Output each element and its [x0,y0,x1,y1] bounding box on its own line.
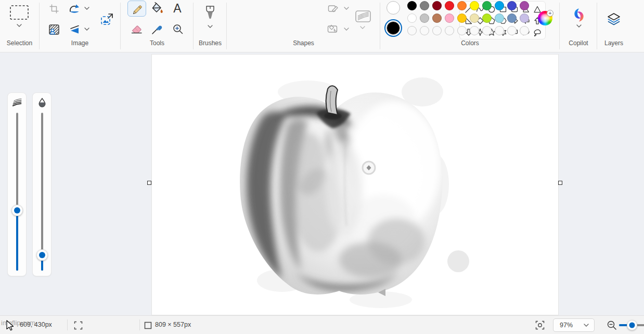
palette-swatch-#000000[interactable] [407,1,417,10]
palette-empty-slot[interactable] [507,26,517,35]
copilot-group-label: Copilot [560,39,597,47]
opacity-slider-panel [32,92,51,276]
image-group: Image [40,0,120,52]
palette-empty-slot[interactable] [482,26,492,35]
brushes-dropdown-chevron[interactable] [205,23,215,30]
add-color-plus-icon[interactable]: + [547,10,553,17]
flip-button[interactable] [68,23,81,36]
workspace [0,52,644,315]
palette-swatch-#C3C3C3[interactable] [420,14,429,23]
palette-swatch-#FFF200[interactable] [470,1,479,10]
palette-swatch-#3F48CC[interactable] [507,1,517,10]
color1-swatch[interactable] [387,1,400,15]
palette-swatch-#B97A57[interactable] [432,14,442,23]
chevron-down-icon [84,28,89,31]
palette-empty-slot[interactable] [457,26,467,35]
selection-tool-button[interactable] [7,2,32,23]
canvas-resize-handle-right[interactable] [558,181,562,185]
zoom-level-dropdown[interactable]: 97% [553,318,595,332]
palette-swatch-#A349A4[interactable] [520,1,529,10]
palette-empty-slot[interactable] [407,26,417,35]
fit-to-screen-button[interactable] [535,320,545,330]
shape-fill-button[interactable] [327,23,340,35]
crop-button[interactable] [47,2,61,16]
palette-swatch-#22B14C[interactable] [482,1,492,10]
stroke-style-icon [355,9,371,23]
fill-bucket-icon [151,2,163,15]
tools-group-label: Tools [121,39,194,47]
palette-empty-slot[interactable] [470,26,479,35]
palette-swatch-#C8BFE7[interactable] [520,14,529,23]
resize-image-button[interactable] [99,11,115,27]
shape-outline-button[interactable] [327,3,340,15]
rotate-button[interactable] [68,2,81,16]
palette-swatch-#7F7F7F[interactable] [420,1,429,10]
chevron-down-icon [584,324,589,327]
rotate-dropdown-chevron[interactable] [82,5,92,12]
flip-dropdown-chevron[interactable] [82,25,92,33]
palette-empty-slot[interactable] [420,26,429,35]
palette-swatch-#EFE4B0[interactable] [470,14,479,23]
shape-stroke-style-button[interactable] [354,8,372,24]
chevron-down-icon [344,28,349,31]
selection-dropdown-chevron[interactable] [14,22,24,29]
image-size-text: 809 × 557px [155,321,191,328]
chevron-down-icon [344,7,349,10]
resize-image-icon [100,12,114,26]
shape-outline-icon [328,4,339,14]
palette-swatch-#880015[interactable] [432,1,442,10]
chevron-down-icon [360,26,365,29]
palette-swatch-#00A2E8[interactable] [495,1,504,10]
palette-empty-slot[interactable] [432,26,442,35]
size-slider-track[interactable] [16,113,18,271]
palette-swatch-#FFFFFF[interactable] [407,14,417,23]
zoom-out-button[interactable] [607,320,617,330]
brushes-button[interactable] [203,4,217,21]
brush-icon [204,5,216,20]
image-size-icon [144,322,152,329]
palette-empty-slot[interactable] [520,26,529,35]
palette-empty-slot[interactable] [445,26,454,35]
zoom-slider-track[interactable] [619,324,644,326]
opacity-slider-thumb[interactable] [36,249,48,261]
statusbar-separator [67,319,68,330]
palette-swatch-#B5E61D[interactable] [482,14,492,23]
zoom-slider-thumb[interactable] [627,320,637,330]
palette-swatch-#99D9EA[interactable] [495,14,504,23]
tools-group: A [121,0,194,52]
fill-tool-button[interactable] [149,1,165,16]
eraser-icon [131,23,143,35]
selection-size-icon [74,321,83,330]
magnifier-tool-button[interactable] [171,22,185,36]
palette-swatch-#7092BE[interactable] [507,14,517,23]
palette-swatch-#FFC90E[interactable] [457,14,467,23]
color2-swatch[interactable] [387,21,400,35]
shape-outline-chevron[interactable] [342,5,351,12]
drawing-canvas[interactable] [151,54,559,315]
canvas-resize-handle-left[interactable] [147,181,151,185]
shapes-group: Shapes [227,0,380,52]
pencil-tool-button[interactable] [127,1,146,17]
text-tool-button[interactable]: A [170,1,185,16]
shape-fill-chevron[interactable] [342,25,351,33]
apple-drawing [152,55,559,316]
palette-empty-slot[interactable] [495,26,504,35]
remove-background-button[interactable] [47,23,61,36]
copilot-group: Copilot [560,0,597,52]
layers-button[interactable] [606,11,622,28]
opacity-slider-track[interactable] [41,113,43,271]
color-picker-tool-button[interactable] [150,22,164,36]
status-bar: 609, 430px 809 × 557px 97% [0,315,644,334]
palette-swatch-#FFAEC9[interactable] [445,14,454,23]
eraser-tool-button[interactable] [129,22,145,36]
palette-swatch-#FF7F27[interactable] [457,1,467,10]
copilot-icon [572,8,586,22]
size-slider-thumb[interactable] [11,205,23,216]
shape-stroke-chevron[interactable] [358,24,367,31]
crop-icon [49,4,59,14]
flip-icon [69,24,80,35]
palette-swatch-#ED1C24[interactable] [445,1,454,10]
layers-group-label: Layers [597,39,630,47]
copilot-button[interactable] [571,7,587,23]
copilot-dropdown-chevron[interactable] [574,22,584,30]
